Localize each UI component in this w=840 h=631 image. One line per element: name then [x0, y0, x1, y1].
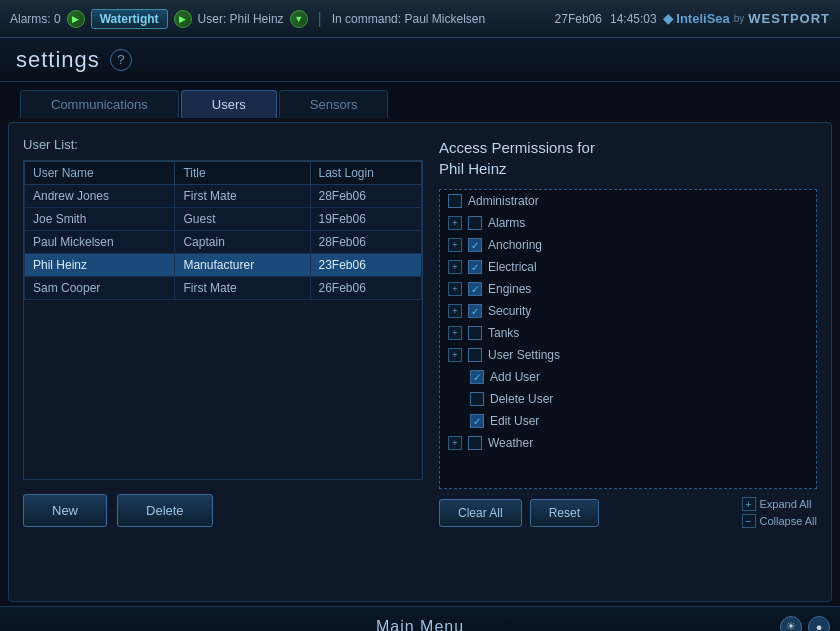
- checkbox-engines[interactable]: [468, 282, 482, 296]
- tabs-container: Communications Users Sensors: [0, 82, 840, 118]
- checkbox-tanks[interactable]: [468, 326, 482, 340]
- collapse-all-item[interactable]: − Collapse All: [742, 514, 817, 528]
- perm-label-anchoring: Anchoring: [488, 238, 542, 252]
- perm-anchoring: + Anchoring: [440, 234, 816, 256]
- expand-weather[interactable]: +: [448, 436, 462, 450]
- perm-security: + Security: [440, 300, 816, 322]
- logo-inteli: ◆ InteliSea: [663, 11, 730, 26]
- user-table-scroll[interactable]: User Name Title Last Login Andrew Jones …: [23, 160, 423, 480]
- permissions-buttons: Clear All Reset + Expand All − Collapse …: [439, 497, 817, 528]
- collapse-all-label: Collapse All: [760, 515, 817, 527]
- incommand-indicator: In command: Paul Mickelsen: [332, 12, 485, 26]
- time-display: 14:45:03: [610, 12, 657, 26]
- expand-security[interactable]: +: [448, 304, 462, 318]
- expand-engines[interactable]: +: [448, 282, 462, 296]
- checkbox-anchoring[interactable]: [468, 238, 482, 252]
- cell-login: 19Feb06: [310, 208, 422, 231]
- main-menu-button[interactable]: Main Menu: [376, 618, 464, 632]
- tab-users[interactable]: Users: [181, 90, 277, 118]
- cell-login: 28Feb06: [310, 185, 422, 208]
- perm-label-tanks: Tanks: [488, 326, 519, 340]
- permissions-panel: Access Permissions for Phil Heinz Admini…: [439, 137, 817, 587]
- date-time: 27Feb06 14:45:03: [555, 12, 657, 26]
- tab-sensors[interactable]: Sensors: [279, 90, 389, 118]
- perm-label-add-user: Add User: [490, 370, 540, 384]
- perm-alarms: + Alarms: [440, 212, 816, 234]
- perm-weather: + Weather: [440, 432, 816, 454]
- expand-anchoring[interactable]: +: [448, 238, 462, 252]
- page-title: settings: [16, 47, 100, 73]
- perm-engines: + Engines: [440, 278, 816, 300]
- reset-button[interactable]: Reset: [530, 499, 599, 527]
- user-dropdown-btn[interactable]: ▼: [290, 10, 308, 28]
- sun-icon[interactable]: ☀: [780, 616, 802, 632]
- user-list-panel: User List: User Name Title Last Login An…: [23, 137, 423, 587]
- checkbox-add-user[interactable]: [470, 370, 484, 384]
- checkbox-delete-user[interactable]: [470, 392, 484, 406]
- date-display: 27Feb06: [555, 12, 602, 26]
- perm-label-administrator: Administrator: [468, 194, 539, 208]
- checkbox-alarms[interactable]: [468, 216, 482, 230]
- cell-title: First Mate: [175, 277, 310, 300]
- checkbox-electrical[interactable]: [468, 260, 482, 274]
- collapse-all-icon: −: [742, 514, 756, 528]
- perm-label-electrical: Electrical: [488, 260, 537, 274]
- cell-login: 23Feb06: [310, 254, 422, 277]
- perm-tanks: + Tanks: [440, 322, 816, 344]
- logo-westport: WESTPORT: [748, 11, 830, 26]
- permissions-title-line1: Access Permissions for: [439, 139, 595, 156]
- perm-label-weather: Weather: [488, 436, 533, 450]
- watertight-nav-btn[interactable]: ▶: [174, 10, 192, 28]
- table-row[interactable]: Andrew Jones First Mate 28Feb06: [25, 185, 422, 208]
- permissions-title: Access Permissions for Phil Heinz: [439, 137, 817, 179]
- expand-electrical[interactable]: +: [448, 260, 462, 274]
- perm-label-delete-user: Delete User: [490, 392, 553, 406]
- checkbox-edit-user[interactable]: [470, 414, 484, 428]
- table-row[interactable]: Joe Smith Guest 19Feb06: [25, 208, 422, 231]
- cell-name: Andrew Jones: [25, 185, 175, 208]
- tab-communications[interactable]: Communications: [20, 90, 179, 118]
- expand-alarms[interactable]: +: [448, 216, 462, 230]
- help-button[interactable]: ?: [110, 49, 132, 71]
- separator: |: [318, 10, 322, 28]
- new-button[interactable]: New: [23, 494, 107, 527]
- perm-label-alarms: Alarms: [488, 216, 525, 230]
- expand-all-item[interactable]: + Expand All: [742, 497, 817, 511]
- logo-by: by: [734, 13, 745, 24]
- permissions-title-line2: Phil Heinz: [439, 160, 507, 177]
- perm-administrator: Administrator: [440, 190, 816, 212]
- perm-label-edit-user: Edit User: [490, 414, 539, 428]
- logo: ◆ InteliSea by WESTPORT: [663, 11, 830, 26]
- alarms-label: Alarms: 0: [10, 12, 61, 26]
- checkbox-security[interactable]: [468, 304, 482, 318]
- watertight-badge: Watertight: [91, 9, 168, 29]
- alarms-indicator: Alarms: 0: [10, 12, 61, 26]
- cell-title: Captain: [175, 231, 310, 254]
- cell-login: 26Feb06: [310, 277, 422, 300]
- cell-name: Paul Mickelsen: [25, 231, 175, 254]
- main-content: User List: User Name Title Last Login An…: [8, 122, 832, 602]
- clear-all-button[interactable]: Clear All: [439, 499, 522, 527]
- user-list-label: User List:: [23, 137, 423, 152]
- page-header: settings ?: [0, 38, 840, 82]
- cell-title: Guest: [175, 208, 310, 231]
- checkbox-weather[interactable]: [468, 436, 482, 450]
- table-row-selected[interactable]: Phil Heinz Manufacturer 23Feb06: [25, 254, 422, 277]
- table-row[interactable]: Sam Cooper First Mate 26Feb06: [25, 277, 422, 300]
- bottom-icons: ☀ ●: [780, 616, 830, 632]
- table-row[interactable]: Paul Mickelsen Captain 28Feb06: [25, 231, 422, 254]
- info-icon[interactable]: ●: [808, 616, 830, 632]
- permissions-list[interactable]: Administrator + Alarms + Anchoring + Ele…: [439, 189, 817, 489]
- perm-edit-user: Edit User: [440, 410, 816, 432]
- checkbox-user-settings[interactable]: [468, 348, 482, 362]
- perm-user-settings: + User Settings: [440, 344, 816, 366]
- cell-login: 28Feb06: [310, 231, 422, 254]
- cell-name: Joe Smith: [25, 208, 175, 231]
- expand-tanks[interactable]: +: [448, 326, 462, 340]
- expand-all-label: Expand All: [760, 498, 812, 510]
- expand-collapse-group: + Expand All − Collapse All: [742, 497, 817, 528]
- delete-button[interactable]: Delete: [117, 494, 213, 527]
- expand-user-settings[interactable]: +: [448, 348, 462, 362]
- checkbox-administrator[interactable]: [448, 194, 462, 208]
- alarms-nav-btn[interactable]: ▶: [67, 10, 85, 28]
